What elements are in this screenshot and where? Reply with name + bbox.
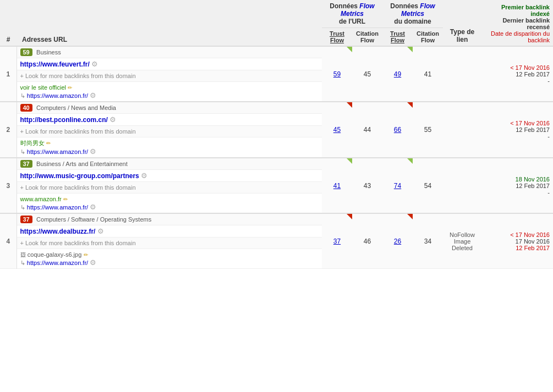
row-number: 3 — [0, 158, 17, 213]
row-more-backlinks: + Look for more backlinks from this doma… — [17, 182, 322, 194]
gear-icon[interactable]: ⚙ — [91, 60, 98, 68]
source-url[interactable]: http://best.pconline.com.cn/ — [20, 116, 108, 124]
dernier-date: 12 Feb 2017 — [485, 71, 550, 78]
trust-url-value[interactable]: 37 — [333, 238, 341, 245]
more-backlinks-link[interactable]: + Look for more backlinks from this doma… — [20, 128, 136, 135]
trust-url-value[interactable]: 59 — [333, 70, 341, 78]
gear-icon-2[interactable]: ⚙ — [90, 203, 96, 211]
more-backlinks-link[interactable]: + Look for more backlinks from this doma… — [20, 240, 136, 246]
premier-date: < 17 Nov 2016 — [485, 120, 550, 126]
row-number: 4 — [0, 213, 17, 269]
pencil-icon: ✏ — [46, 140, 51, 146]
badge: 37 — [20, 216, 32, 223]
gear-icon-2[interactable]: ⚙ — [90, 91, 96, 100]
citation-domain-cell: 41 — [413, 46, 443, 102]
col-flow-url-header: Données Flow Metrics de l'URL — [322, 0, 382, 28]
citation-domain-value: 34 — [424, 238, 431, 245]
trust-url-value[interactable]: 45 — [333, 126, 341, 134]
citation-url-cell: 45 — [352, 46, 382, 102]
row-url-line: https://www.dealbuzz.fr/ ⚙ — [17, 225, 322, 238]
table-row: 3 37 Business / Arts and Entertainment 4… — [0, 158, 553, 170]
more-backlinks-link[interactable]: + Look for more backlinks from this doma… — [20, 73, 136, 79]
category: Business — [36, 49, 61, 56]
trust-url-cell: 59 — [322, 46, 352, 102]
source-url[interactable]: https://www.dealbuzz.fr/ — [20, 228, 96, 235]
type-cell: NoFollowImageDeleted — [443, 213, 481, 269]
trust-domain-value[interactable]: 74 — [394, 182, 401, 190]
gear-icon[interactable]: ⚙ — [109, 115, 116, 124]
citation-domain-value: 55 — [424, 126, 431, 134]
badge: 37 — [20, 160, 32, 168]
header-row-main: # Adresses URL Données Flow Metrics de l… — [0, 0, 553, 28]
trust-domain-cell: 49 — [382, 46, 413, 102]
row-category-url: 59 Business — [17, 46, 322, 58]
trust-url-cell: 45 — [322, 102, 352, 158]
gear-icon[interactable]: ⚙ — [97, 227, 104, 235]
dates-cell: < 17 Nov 2016 12 Feb 2017 - — [481, 102, 553, 158]
anchor-line: 时尚男女 ✏ — [20, 139, 319, 147]
col-hash: # — [0, 0, 17, 46]
pencil-icon: ✏ — [63, 196, 68, 202]
trust-domain-cell: 74 — [382, 158, 413, 213]
gear-icon-2[interactable]: ⚙ — [90, 258, 96, 267]
target-url[interactable]: https://www.amazon.fr/ — [27, 204, 88, 211]
target-url[interactable]: https://www.amazon.fr/ — [27, 148, 88, 155]
disparition-date: - — [485, 189, 550, 196]
pencil-icon: ✏ — [68, 85, 72, 91]
row-url-line: https://www.feuvert.fr/ ⚙ — [17, 58, 322, 70]
pencil-icon: ✏ — [84, 252, 88, 258]
col-url-header: Adresses URL — [17, 0, 322, 46]
disparition-date: 12 Feb 2017 — [485, 245, 550, 251]
premier-label: Premier backlink indexé — [485, 4, 550, 17]
trust-url-value[interactable]: 41 — [333, 182, 341, 190]
premier-date: < 17 Nov 2016 — [485, 231, 550, 238]
trust-url-cell: 41 — [322, 158, 352, 213]
target-url[interactable]: https://www.amazon.fr/ — [27, 260, 88, 266]
arrow-icon: ↳ — [20, 260, 25, 266]
link-type: NoFollowImageDeleted — [450, 231, 475, 251]
citation-domain-cell: 54 — [413, 158, 443, 213]
row-more-backlinks: + Look for more backlinks from this doma… — [17, 238, 322, 249]
dates-cell: 18 Nov 2016 12 Feb 2017 - — [481, 158, 553, 213]
table-row: 4 37 Computers / Software / Operating Sy… — [0, 213, 553, 225]
anchor-text: voir le site officiel — [20, 84, 67, 91]
trust-flow-url-header: Trust Flow — [322, 28, 352, 47]
row-anchor-target: 🖼 coque-galaxy-s6.jpg ✏ ↳ https://www.am… — [17, 249, 322, 269]
source-url[interactable]: http://www.music-group.com/partners — [20, 172, 139, 180]
citation-domain-value: 54 — [424, 182, 431, 190]
row-number: 1 — [0, 46, 17, 102]
citation-url-value: 44 — [364, 126, 371, 134]
trust-domain-value[interactable]: 26 — [394, 238, 401, 245]
dernier-label: Dernier backlink recensé — [485, 17, 550, 30]
row-more-backlinks: + Look for more backlinks from this doma… — [17, 70, 322, 82]
anchor-text: www.amazon.fr — [20, 196, 62, 202]
row-more-backlinks: + Look for more backlinks from this doma… — [17, 126, 322, 137]
table-body: 1 59 Business 59 45 49 41 < 17 Nov 2016 — [0, 46, 553, 269]
citation-url-value: 43 — [364, 182, 371, 190]
premier-date: 18 Nov 2016 — [485, 176, 550, 183]
source-url[interactable]: https://www.feuvert.fr/ — [20, 60, 90, 68]
citation-domain-value: 41 — [424, 70, 431, 78]
more-backlinks-link[interactable]: + Look for more backlinks from this doma… — [20, 184, 136, 191]
dernier-date: 17 Nov 2016 — [485, 238, 550, 245]
target-url-line: ↳ https://www.amazon.fr/ ⚙ — [20, 203, 319, 211]
anchor-line: www.amazon.fr ✏ — [20, 195, 319, 203]
trust-domain-value[interactable]: 66 — [394, 126, 401, 134]
premier-date: < 17 Nov 2016 — [485, 64, 550, 71]
dates-cell: < 17 Nov 2016 12 Feb 2017 - — [481, 46, 553, 102]
dates-cell: < 17 Nov 2016 17 Nov 2016 12 Feb 2017 — [481, 213, 553, 269]
table-row: 2 40 Computers / News and Media 45 44 66… — [0, 102, 553, 114]
type-cell — [443, 102, 481, 158]
trust-domain-cell: 66 — [382, 102, 413, 158]
target-url[interactable]: https://www.amazon.fr/ — [27, 92, 88, 99]
trust-domain-value[interactable]: 49 — [394, 70, 401, 78]
citation-flow-domain-header: Citation Flow — [413, 28, 443, 47]
row-url-line: http://www.music-group.com/partners ⚙ — [17, 170, 322, 182]
dernier-date: 12 Feb 2017 — [485, 126, 550, 133]
anchor-line: voir le site officiel ✏ — [20, 84, 319, 91]
col-flow-domain-header: Données Flow Metrics du domaine — [382, 0, 443, 28]
anchor-text: coque-galaxy-s6.jpg — [28, 251, 81, 258]
gear-icon-2[interactable]: ⚙ — [90, 147, 96, 156]
row-anchor-target: 时尚男女 ✏ ↳ https://www.amazon.fr/ ⚙ — [17, 137, 322, 158]
gear-icon[interactable]: ⚙ — [141, 172, 147, 180]
